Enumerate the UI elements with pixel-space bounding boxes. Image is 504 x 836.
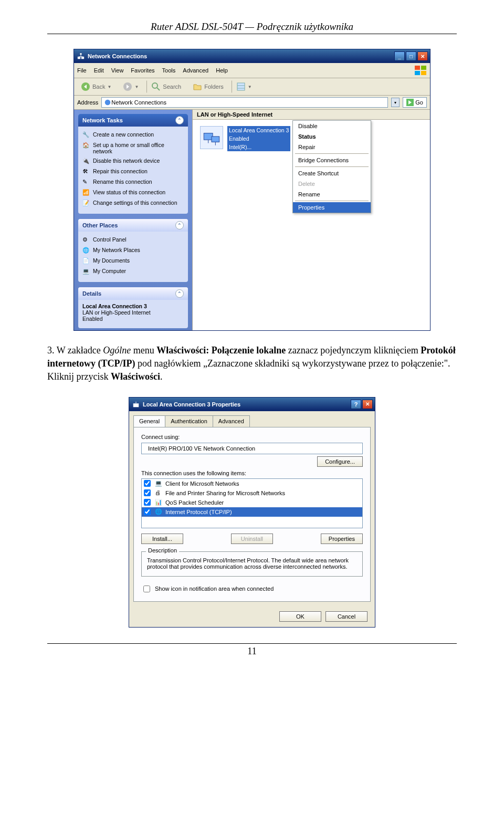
svg-rect-0 xyxy=(78,57,80,59)
ctx-create-shortcut[interactable]: Create Shortcut xyxy=(293,168,371,179)
context-menu: Disable Status Repair Bridge Connections… xyxy=(292,120,371,213)
search-button[interactable]: Search xyxy=(146,80,185,93)
properties-button[interactable]: Properties xyxy=(321,534,363,544)
network-tasks-panel: Network Tasks ⌃ 🔧Create a new connection… xyxy=(78,114,188,214)
cancel-button[interactable]: Cancel xyxy=(326,611,368,622)
svg-point-16 xyxy=(105,100,111,106)
views-button[interactable]: ▼ xyxy=(232,80,256,93)
address-input[interactable]: Network Connections xyxy=(101,97,388,108)
place-item[interactable]: 📄My Documents xyxy=(82,256,184,266)
window-titlebar: Network Connections _ □ ✕ xyxy=(74,49,430,63)
folders-button[interactable]: Folders xyxy=(189,80,227,93)
windows-logo-icon xyxy=(414,65,427,76)
minimize-button[interactable]: _ xyxy=(394,51,405,61)
ctx-repair[interactable]: Repair xyxy=(293,142,371,152)
back-button[interactable]: Back ▼ xyxy=(77,80,115,93)
collapse-icon[interactable]: ⌃ xyxy=(175,116,184,124)
address-dropdown-button[interactable]: ▾ xyxy=(391,98,400,107)
task-item[interactable]: 🏠Set up a home or small office network xyxy=(82,140,184,156)
menu-advanced[interactable]: Advanced xyxy=(183,67,208,74)
forward-button[interactable]: ▼ xyxy=(119,80,142,93)
task-item[interactable]: 🔌Disable this network device xyxy=(82,156,184,166)
documents-icon: 📄 xyxy=(82,257,90,265)
tab-panel-general: Connect using: Intel(R) PRO/100 VE Netwo… xyxy=(133,427,371,602)
component-checkbox[interactable] xyxy=(144,499,151,506)
maximize-button[interactable]: □ xyxy=(406,51,416,61)
place-item[interactable]: 💻My Computer xyxy=(82,266,184,277)
component-item[interactable]: 🖨 File and Printer Sharing for Microsoft… xyxy=(142,488,362,498)
place-item[interactable]: ⚙Control Panel xyxy=(82,235,184,245)
connection-device: Intel(R)... xyxy=(227,143,290,151)
description-groupbox: Description Transmission Control Protoco… xyxy=(141,551,363,577)
ctx-bridge[interactable]: Bridge Connections xyxy=(293,155,371,165)
ctx-rename[interactable]: Rename xyxy=(293,189,371,200)
menu-edit[interactable]: Edit xyxy=(94,67,104,74)
other-places-panel: Other Places ⌃ ⚙Control Panel 🌐My Networ… xyxy=(78,219,188,282)
menu-tools[interactable]: Tools xyxy=(162,67,176,74)
go-arrow-icon xyxy=(406,99,414,106)
component-checkbox[interactable] xyxy=(144,508,151,515)
menu-favorites[interactable]: Favorites xyxy=(131,67,154,74)
component-item[interactable]: 💻 Client for Microsoft Networks xyxy=(142,479,362,488)
help-button[interactable]: ? xyxy=(351,400,361,409)
close-button[interactable]: ✕ xyxy=(417,51,428,61)
task-item[interactable]: ✎Rename this connection xyxy=(82,177,184,187)
place-item[interactable]: 🌐My Network Places xyxy=(82,245,184,256)
svg-rect-6 xyxy=(421,66,426,70)
rename-icon: ✎ xyxy=(82,179,90,186)
menu-help[interactable]: Help xyxy=(216,67,228,74)
menu-view[interactable]: View xyxy=(111,67,124,74)
search-icon xyxy=(151,82,161,91)
task-item[interactable]: 📶View status of this connection xyxy=(82,187,184,198)
ctx-disable[interactable]: Disable xyxy=(293,121,371,131)
uninstall-button: Uninstall xyxy=(231,534,273,544)
my-network-icon: 🌐 xyxy=(82,247,90,254)
ok-button[interactable]: OK xyxy=(279,611,321,622)
go-button[interactable]: Go xyxy=(403,97,427,108)
tab-strip: General Authentication Advanced xyxy=(129,411,375,427)
collapse-icon[interactable]: ⌃ xyxy=(175,221,184,229)
address-label: Address xyxy=(77,99,98,106)
category-header: LAN or High-Speed Internet xyxy=(193,110,430,120)
svg-rect-13 xyxy=(237,83,245,90)
home-network-icon: 🏠 xyxy=(82,142,90,149)
component-checkbox[interactable] xyxy=(144,480,151,487)
ctx-properties[interactable]: Properties xyxy=(293,202,371,213)
menu-file[interactable]: File xyxy=(77,67,87,74)
close-button[interactable]: ✕ xyxy=(362,400,373,409)
component-item-selected[interactable]: 🌐 Internet Protocol (TCP/IP) xyxy=(142,507,362,517)
status-icon: 📶 xyxy=(82,189,90,196)
components-listbox[interactable]: 💻 Client for Microsoft Networks 🖨 File a… xyxy=(141,478,363,528)
tab-advanced[interactable]: Advanced xyxy=(213,415,250,427)
task-item[interactable]: 📝Change settings of this connection xyxy=(82,198,184,208)
control-panel-icon: ⚙ xyxy=(82,236,90,244)
protocol-icon: 🌐 xyxy=(155,508,162,516)
document-header: Ruter ADSL DSL-504T — Podręcznik użytkow… xyxy=(47,21,457,34)
component-checkbox[interactable] xyxy=(144,489,151,496)
task-item[interactable]: 🔧Create a new connection xyxy=(82,130,184,140)
install-button[interactable]: Install... xyxy=(141,534,183,544)
toolbar: Back ▼ ▼ Search Folders ▼ xyxy=(74,78,430,96)
details-connection-name: Local Area Connection 3 xyxy=(82,303,147,309)
configure-button[interactable]: Configure... xyxy=(317,456,363,467)
adapter-field: Intel(R) PRO/100 VE Network Connection xyxy=(141,443,363,454)
connection-icon xyxy=(200,126,223,149)
my-computer-icon: 💻 xyxy=(82,268,90,275)
qos-icon: 📊 xyxy=(155,499,162,506)
sidebar: Network Tasks ⌃ 🔧Create a new connection… xyxy=(74,110,192,330)
main-content-area: LAN or High-Speed Internet Local Area Co… xyxy=(192,110,430,330)
tab-general[interactable]: General xyxy=(133,415,165,427)
client-icon: 💻 xyxy=(155,480,162,487)
component-item[interactable]: 📊 QoS Packet Scheduler xyxy=(142,498,362,507)
show-icon-checkbox[interactable] xyxy=(143,586,150,592)
svg-rect-22 xyxy=(133,403,139,407)
network-icon xyxy=(104,99,111,106)
views-icon xyxy=(236,82,246,91)
ctx-status[interactable]: Status xyxy=(293,131,371,142)
properties-dialog: Local Area Connection 3 Properties ? ✕ G… xyxy=(129,397,375,628)
tab-authentication[interactable]: Authentication xyxy=(165,415,213,427)
task-item[interactable]: 🛠Repair this connection xyxy=(82,166,184,177)
collapse-icon[interactable]: ⌃ xyxy=(175,289,184,298)
network-connections-window: Network Connections _ □ ✕ File Edit View… xyxy=(74,49,430,331)
ctx-delete: Delete xyxy=(293,179,371,189)
